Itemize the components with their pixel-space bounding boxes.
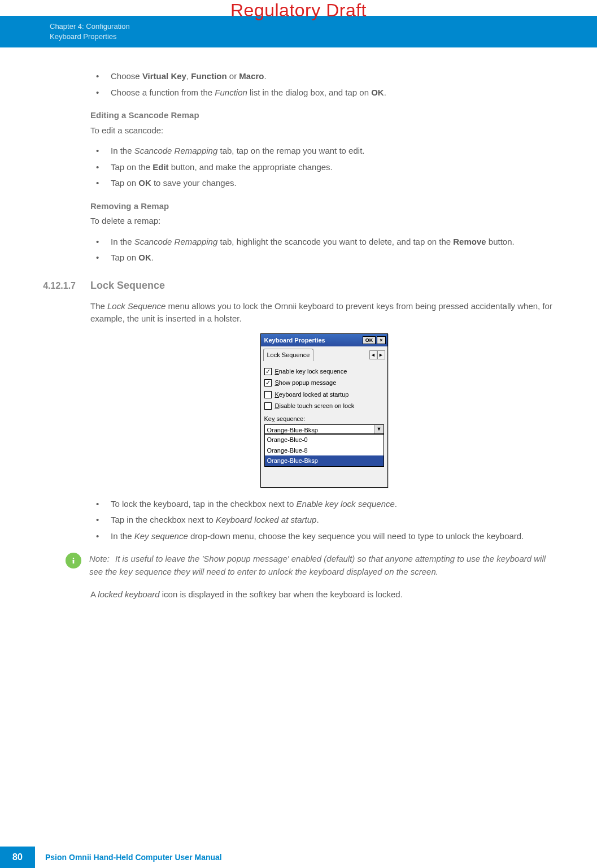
- remove-remap-heading: Removing a Remap: [90, 200, 557, 213]
- bullet-item: Tap on OK to save your changes.: [90, 177, 557, 190]
- mnemonic: S: [275, 379, 279, 386]
- svg-rect-1: [73, 560, 75, 564]
- text: Tap on the: [111, 162, 152, 172]
- text: In the: [111, 237, 134, 246]
- text: Tap on: [111, 178, 138, 188]
- bullet-item: In the Scancode Remapping tab, tap on th…: [90, 145, 557, 158]
- text: Choose a function from the: [111, 88, 215, 97]
- remove-intro: To delete a remap:: [90, 215, 557, 228]
- close-button[interactable]: ×: [377, 336, 385, 344]
- footer: 80 Psion Omnii Hand-Held Computer User M…: [0, 847, 597, 868]
- dialog-tabs: Lock Sequence ◄ ►: [261, 346, 387, 361]
- text: to save your changes.: [151, 178, 237, 188]
- italic-text: Lock Sequence: [107, 301, 165, 311]
- italic-text: Scancode Remapping: [134, 146, 218, 155]
- italic-text: locked keyboard: [98, 589, 159, 599]
- edit-scancode-heading: Editing a Scancode Remap: [90, 109, 557, 122]
- checkbox-icon: [264, 402, 272, 410]
- text: In the: [111, 146, 134, 155]
- checkbox-icon: ✓: [264, 379, 272, 387]
- checkbox-enable-keylock[interactable]: ✓ Enable key lock sequence: [264, 367, 384, 376]
- note-text: Note: It is useful to leave the 'Show po…: [89, 553, 557, 578]
- key-sequence-dropdown[interactable]: Orange-Blue-Bksp ▼: [264, 424, 384, 434]
- page-content: Choose Virtual Key, Function or Macro. C…: [0, 47, 597, 601]
- dropdown-options: Orange-Blue-0 Orange-Blue-8 Orange-Blue-…: [264, 434, 384, 467]
- dialog-title-text: Keyboard Properties: [264, 336, 325, 345]
- checkbox-icon: [264, 391, 272, 398]
- chevron-down-icon[interactable]: ▼: [374, 425, 384, 433]
- key-sequence-label: Key sequence:: [264, 414, 384, 424]
- checkbox-label: isable touch screen on lock: [279, 402, 354, 409]
- tab-lock-sequence[interactable]: Lock Sequence: [263, 349, 314, 361]
- text: The: [90, 301, 107, 311]
- note-body: It is useful to leave the 'Show popup me…: [89, 554, 546, 576]
- bullet-item: Choose a function from the Function list…: [90, 86, 557, 99]
- ok-button[interactable]: OK: [363, 336, 376, 344]
- text: Tap on: [111, 253, 138, 262]
- edit-bullets: In the Scancode Remapping tab, tap on th…: [90, 145, 557, 190]
- dropdown-option[interactable]: Orange-Blue-0: [265, 435, 384, 445]
- checkbox-disable-touch[interactable]: Disable touch screen on lock: [264, 401, 384, 411]
- bold-text: OK: [371, 88, 384, 97]
- bullet-item: Tap on the Edit button, and make the app…: [90, 161, 557, 174]
- italic-text: Function: [215, 88, 247, 97]
- tab-scroll-right-icon[interactable]: ►: [377, 350, 385, 359]
- text: button, and make the appropriate changes…: [169, 162, 333, 172]
- bold-text: Edit: [152, 162, 168, 172]
- italic-text: Enable key lock sequence: [297, 499, 395, 509]
- section-number: 4.12.1.7: [25, 279, 90, 293]
- italic-text: Key sequence: [134, 531, 188, 541]
- lock-sequence-para: The Lock Sequence menu allows you to loc…: [90, 300, 557, 326]
- section-heading-row: 4.12.1.7 Lock Sequence: [25, 278, 557, 293]
- checkbox-show-popup[interactable]: ✓ Show popup message: [264, 378, 384, 388]
- bullet-item: In the Scancode Remapping tab, highlight…: [90, 236, 557, 249]
- chapter-label: Chapter 4: Configuration: [50, 21, 597, 32]
- dialog-title-buttons: OK ×: [363, 336, 386, 344]
- text: button.: [486, 237, 515, 246]
- text: .: [395, 499, 397, 509]
- keyboard-properties-dialog: Keyboard Properties OK × Lock Sequence ◄…: [260, 333, 388, 488]
- text: sequence:: [274, 415, 305, 422]
- header-section: Keyboard Properties: [50, 32, 597, 42]
- edit-intro: To edit a scancode:: [90, 124, 557, 137]
- text: drop-down menu, choose the key sequence …: [188, 531, 524, 541]
- section-title: Lock Sequence: [90, 278, 165, 293]
- bullet-item: Choose Virtual Key, Function or Macro.: [90, 70, 557, 83]
- checkbox-label: nable key lock sequence: [279, 368, 347, 375]
- bullet-item: To lock the keyboard, tap in the checkbo…: [90, 498, 557, 511]
- bold-text: Macro: [239, 71, 264, 81]
- checkbox-label: eyboard locked at startup: [279, 391, 349, 398]
- note-label: Note:: [89, 554, 113, 563]
- text: Ke: [264, 415, 272, 422]
- text: .: [384, 88, 386, 97]
- text: Choose: [111, 71, 142, 81]
- dialog-padding: [264, 467, 384, 484]
- italic-text: Keyboard locked at startup: [216, 515, 316, 524]
- bold-text: OK: [138, 178, 151, 188]
- svg-point-0: [73, 558, 75, 559]
- text: A: [90, 589, 98, 599]
- dropdown-option-selected[interactable]: Orange-Blue-Bksp: [265, 455, 384, 466]
- bold-text: Virtual Key: [142, 71, 186, 81]
- tab-scroll-arrows: ◄ ►: [369, 350, 385, 359]
- text: In the: [111, 531, 134, 541]
- info-icon: [66, 553, 81, 568]
- text: .: [264, 71, 267, 81]
- checkbox-label: how popup message: [279, 379, 337, 386]
- remove-bullets: In the Scancode Remapping tab, highlight…: [90, 236, 557, 264]
- dropdown-option[interactable]: Orange-Blue-8: [265, 445, 384, 456]
- bold-text: Remove: [453, 237, 486, 246]
- bullet-item: In the Key sequence drop-down menu, choo…: [90, 530, 557, 543]
- bullets-top: Choose Virtual Key, Function or Macro. C…: [90, 70, 557, 99]
- page-number: 80: [0, 847, 35, 868]
- text: To lock the keyboard, tap in the checkbo…: [111, 499, 297, 509]
- bold-text: OK: [138, 253, 151, 262]
- text: .: [151, 253, 154, 262]
- text: tab, tap on the remap you want to edit.: [217, 146, 364, 155]
- checkbox-icon: ✓: [264, 368, 272, 375]
- text: or: [227, 71, 239, 81]
- text: Tap in the checkbox next to: [111, 515, 216, 524]
- tab-scroll-left-icon[interactable]: ◄: [369, 350, 377, 359]
- mnemonic: E: [275, 368, 279, 375]
- checkbox-locked-startup[interactable]: Keyboard locked at startup: [264, 390, 384, 400]
